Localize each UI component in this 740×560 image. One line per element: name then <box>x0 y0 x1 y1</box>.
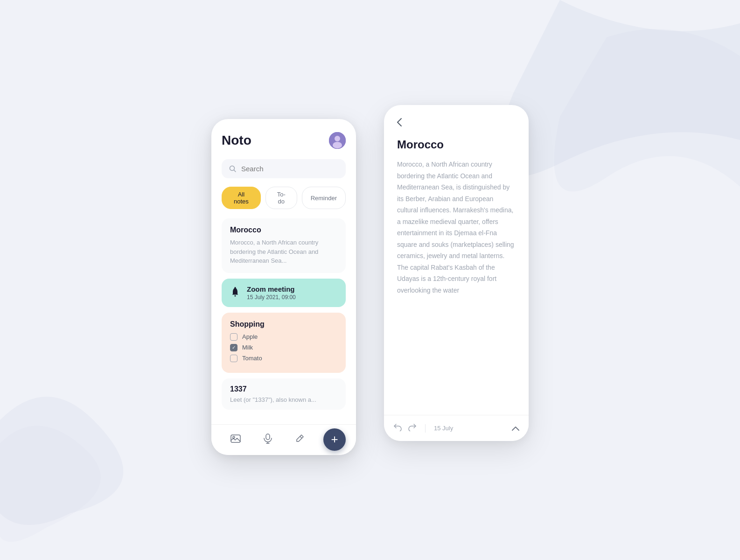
checkbox-milk[interactable] <box>230 344 237 351</box>
svg-point-4 <box>235 295 236 296</box>
svg-point-1 <box>335 136 340 141</box>
tab-todo[interactable]: To-do <box>265 187 297 209</box>
zoom-date: 15 July 2021, 09:00 <box>247 294 296 301</box>
detail-date: 15 July <box>434 425 453 432</box>
app-title: Noto <box>222 133 251 148</box>
tab-all-notes[interactable]: All notes <box>222 187 261 209</box>
detail-body: Morocco, a North African country borderi… <box>397 159 516 296</box>
svg-rect-5 <box>235 287 236 288</box>
mic-icon[interactable] <box>264 434 272 446</box>
svg-rect-8 <box>266 434 270 440</box>
note-zoom[interactable]: Zoom meeting 15 July 2021, 09:00 <box>222 279 346 307</box>
divider <box>425 424 426 433</box>
svg-line-11 <box>300 436 302 438</box>
search-input[interactable] <box>241 165 338 173</box>
search-bar[interactable] <box>222 159 346 178</box>
image-icon[interactable] <box>230 434 241 446</box>
item-tomato: Tomato <box>242 355 262 362</box>
item-milk: Milk <box>242 344 253 351</box>
item-apple: Apple <box>242 333 258 340</box>
note-1337[interactable]: 1337 Leet (or "1337"), also known a... <box>222 378 346 410</box>
phones-container: Noto All notes <box>211 119 529 455</box>
note-shopping[interactable]: Shopping Apple Milk Tomato <box>222 313 346 373</box>
phone-toolbar: + <box>211 424 356 455</box>
note-morocco-title: Morocco <box>230 226 337 234</box>
search-icon <box>229 165 237 173</box>
shopping-title: Shopping <box>230 320 337 329</box>
fab-add-button[interactable]: + <box>323 428 346 451</box>
phone-left: Noto All notes <box>211 119 356 455</box>
back-button[interactable] <box>397 118 402 129</box>
note-morocco-preview: Morocco, a North African country borderi… <box>230 238 337 266</box>
avatar[interactable] <box>329 132 346 149</box>
right-toolbar: 15 July <box>384 415 529 441</box>
tab-reminder[interactable]: Reminder <box>302 187 346 209</box>
right-toolbar-left: 15 July <box>393 423 453 434</box>
right-toolbar-wrapper: 15 July <box>393 423 519 434</box>
checklist-milk: Milk <box>230 344 337 351</box>
fab-plus-icon: + <box>331 433 338 445</box>
notes-list: Morocco Morocco, a North African country… <box>222 218 346 410</box>
checklist-apple: Apple <box>230 333 337 341</box>
checklist-tomato: Tomato <box>230 355 337 362</box>
chevron-up-icon[interactable] <box>512 424 519 433</box>
note-1337-title: 1337 <box>230 385 337 393</box>
checkbox-apple[interactable] <box>230 333 237 341</box>
filter-tabs: All notes To-do Reminder <box>222 187 346 209</box>
note-morocco[interactable]: Morocco Morocco, a North African country… <box>222 218 346 273</box>
note-1337-preview: Leet (or "1337"), also known a... <box>230 396 337 403</box>
zoom-title: Zoom meeting <box>247 285 296 293</box>
redo-icon[interactable] <box>408 423 417 434</box>
checkbox-tomato[interactable] <box>230 355 237 362</box>
pen-icon[interactable] <box>295 434 304 446</box>
undo-icon[interactable] <box>393 423 402 434</box>
svg-point-2 <box>333 142 342 148</box>
detail-title: Morocco <box>397 138 516 151</box>
zoom-content: Zoom meeting 15 July 2021, 09:00 <box>247 285 296 301</box>
phone-right: Morocco Morocco, a North African country… <box>384 105 529 441</box>
app-header: Noto <box>222 132 346 149</box>
bell-icon <box>230 287 240 299</box>
